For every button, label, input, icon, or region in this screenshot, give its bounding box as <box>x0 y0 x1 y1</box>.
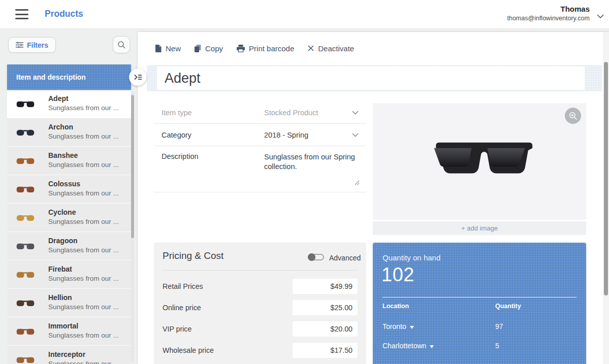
main-scrollbar-thumb[interactable] <box>604 62 608 295</box>
description-label: Description <box>162 152 199 160</box>
product-description: Sunglasses from our ... <box>48 161 119 169</box>
product-name: Colossus <box>48 180 80 188</box>
resize-handle-icon[interactable] <box>354 178 360 187</box>
chevron-down-icon[interactable] <box>352 111 359 115</box>
product-name: Firebat <box>48 265 72 273</box>
main-panel: New Copy Print barcode Deactivate Adept … <box>138 32 609 364</box>
quantity-title: Quantity on hand <box>382 253 440 262</box>
retail-price-input[interactable]: $49.99 <box>293 279 358 294</box>
location-dropdown-charlottetown[interactable]: Charlottetown <box>382 342 434 350</box>
sunglasses-thumbnail <box>16 327 35 336</box>
product-description: Sunglasses from our ... <box>48 360 119 364</box>
x-cross-icon <box>308 45 314 51</box>
item-type-label: Item type <box>162 102 192 124</box>
category-value: 2018 - Spring <box>264 124 308 146</box>
product-name: Hellion <box>48 293 72 302</box>
deactivate-button[interactable]: Deactivate <box>308 44 354 53</box>
user-name: Thomas <box>507 5 590 13</box>
top-bar: Products Thomas thomas@inflowinventory.c… <box>0 0 609 29</box>
product-image-sunglasses <box>426 140 533 177</box>
copy-button[interactable]: Copy <box>195 44 223 53</box>
user-email: thomas@inflowinventory.com <box>507 15 590 22</box>
chevron-down-icon[interactable] <box>597 12 604 21</box>
sunglasses-thumbnail <box>16 100 35 109</box>
product-name: Immortal <box>48 322 78 330</box>
product-name: Dragoon <box>48 237 78 245</box>
product-description: Sunglasses from our ... <box>48 218 119 225</box>
product-form: Item type Stocked Product Category 2018 … <box>154 102 366 192</box>
product-description: Sunglasses from our ... <box>48 246 119 254</box>
filters-label: Filters <box>27 41 48 49</box>
copy-button-label: Copy <box>205 44 223 53</box>
advanced-label: Advanced <box>329 254 361 262</box>
quantity-column-header: Quantity <box>495 303 521 310</box>
wholesale-price-row: Wholesale price $17.50 <box>154 343 366 358</box>
sunglasses-thumbnail <box>16 213 35 222</box>
sunglasses-thumbnail <box>16 156 35 166</box>
list-item-interceptor[interactable]: Interceptor Sunglasses from our ... <box>7 346 131 364</box>
product-image-card <box>373 103 586 220</box>
product-name: Archon <box>48 123 73 131</box>
copy-icon <box>195 45 201 52</box>
search-button[interactable] <box>113 36 130 53</box>
advanced-toggle[interactable] <box>308 253 325 261</box>
product-title-strip: Adept <box>147 65 602 91</box>
search-icon <box>117 41 126 49</box>
product-description: Sunglasses from our ... <box>48 332 119 339</box>
new-document-icon <box>155 45 162 52</box>
retail-price-label: Retail Prices <box>163 279 203 294</box>
new-button-label: New <box>166 44 181 53</box>
description-row: Description Sunglasses from our Spring c… <box>154 146 366 192</box>
list-item-dragoon[interactable]: Dragoon Sunglasses from our ... <box>7 232 131 260</box>
list-item-immortal[interactable]: Immortal Sunglasses from our ... <box>7 317 131 346</box>
dropdown-triangle-icon <box>410 326 414 329</box>
product-name: Interceptor <box>48 350 85 358</box>
collapse-panel-button[interactable] <box>129 69 146 86</box>
list-item-hellion[interactable]: Hellion Sunglasses from our ... <box>7 289 131 317</box>
toolbar: New Copy Print barcode Deactivate <box>155 40 354 56</box>
online-price-row: Online price $25.00 <box>154 300 366 315</box>
product-name: Banshee <box>48 151 78 159</box>
description-textarea[interactable]: Sunglasses from our Spring collection. <box>264 152 361 172</box>
sunglasses-thumbnail <box>16 242 35 251</box>
chevron-down-icon[interactable] <box>352 133 359 137</box>
wholesale-price-input[interactable]: $17.50 <box>293 343 358 358</box>
sunglasses-thumbnail <box>16 185 35 194</box>
product-description: Sunglasses from our ... <box>48 133 119 140</box>
filters-button[interactable]: Filters <box>8 37 56 53</box>
print-barcode-label: Print barcode <box>249 44 294 53</box>
filter-sliders-icon <box>16 42 23 48</box>
list-item-archon[interactable]: Archon Sunglasses from our ... <box>7 118 131 147</box>
list-scrollbar-thumb[interactable] <box>131 95 134 238</box>
list-item-colossus[interactable]: Colossus Sunglasses from our ... <box>7 175 131 204</box>
product-name-input[interactable]: Adept <box>157 67 585 90</box>
retail-price-row: Retail Prices $49.99 <box>154 279 366 294</box>
category-row[interactable]: Category 2018 - Spring <box>154 124 366 146</box>
sunglasses-thumbnail <box>16 128 35 137</box>
add-image-button[interactable]: + add image <box>373 221 586 235</box>
deactivate-button-label: Deactivate <box>318 44 354 53</box>
category-label: Category <box>162 124 191 146</box>
pricing-title: Pricing & Cost <box>163 250 223 261</box>
zoom-image-button[interactable] <box>565 108 581 124</box>
product-name: Adept <box>48 94 69 103</box>
print-barcode-button[interactable]: Print barcode <box>237 44 294 53</box>
list-scrollbar <box>131 91 134 362</box>
user-menu[interactable]: Thomas thomas@inflowinventory.com <box>507 5 590 22</box>
item-type-row[interactable]: Item type Stocked Product <box>154 102 366 124</box>
magnifier-plus-icon <box>569 112 578 120</box>
location-dropdown-toronto[interactable]: Toronto <box>382 322 414 330</box>
sunglasses-thumbnail <box>16 299 35 308</box>
vip-price-input[interactable]: $20.00 <box>293 321 358 337</box>
printer-icon <box>237 45 245 52</box>
list-item-cyclone[interactable]: Cyclone Sunglasses from our ... <box>7 204 131 232</box>
new-button[interactable]: New <box>155 44 181 53</box>
list-item-banshee[interactable]: Banshee Sunglasses from our ... <box>7 147 131 175</box>
online-price-input[interactable]: $25.00 <box>293 300 358 315</box>
menu-icon[interactable] <box>15 9 28 19</box>
list-item-firebat[interactable]: Firebat Sunglasses from our ... <box>7 260 131 289</box>
list-item-adept[interactable]: Adept Sunglasses from our ... <box>7 90 131 118</box>
location-column-header: Location <box>382 303 409 310</box>
sunglasses-thumbnail <box>16 270 35 279</box>
wholesale-price-label: Wholesale price <box>163 343 214 358</box>
